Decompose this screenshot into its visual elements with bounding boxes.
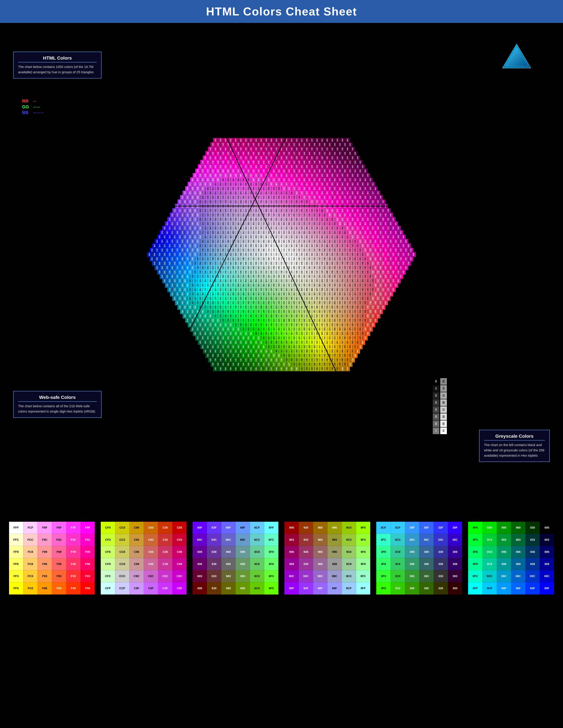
triangle-decoration bbox=[501, 43, 532, 70]
websafe-color-cell: FF9 bbox=[9, 546, 23, 558]
websafe-color-cell: C99 bbox=[129, 558, 144, 570]
websafe-color-cell: 66F bbox=[221, 522, 235, 534]
websafe-color-cell: 0CC bbox=[482, 570, 497, 582]
websafe-color-cell: FF6 bbox=[9, 558, 23, 570]
websafe-color-cell: C3C bbox=[158, 570, 172, 582]
websafe-color-cell: 66C bbox=[221, 534, 235, 546]
websafe-color-table: FFFFCFF9FF6FF3FF0FCF0CC0C90C60C30C0060F6… bbox=[9, 522, 554, 595]
websafe-color-cell: C06 bbox=[172, 546, 187, 558]
websafe-color-cell: 936 bbox=[299, 546, 313, 558]
websafe-color-cell: 03F bbox=[525, 582, 540, 595]
websafe-color-cell: 9C3 bbox=[342, 534, 356, 546]
websafe-color-cell: 9FF bbox=[356, 582, 371, 595]
websafe-color-cell: 939 bbox=[299, 558, 313, 570]
rr-dots: — bbox=[33, 99, 37, 103]
websafe-color-cell: 3F3 bbox=[376, 570, 391, 582]
greyscale-panel: Greyscale Colors The chart on the left c… bbox=[479, 430, 550, 462]
websafe-color-cell: 993 bbox=[328, 534, 342, 546]
websafe-color-cell: CF3 bbox=[101, 534, 115, 546]
websafe-color-cell: 990 bbox=[328, 522, 342, 534]
websafe-color-cell: 093 bbox=[497, 534, 511, 546]
websafe-color-cell: 30F bbox=[448, 522, 462, 534]
websafe-color-cell: 60C bbox=[192, 534, 207, 546]
websafe-color-cell: 309 bbox=[448, 546, 462, 558]
websafe-color-cell: 99F bbox=[328, 582, 342, 595]
websafe-color-cell: F03 bbox=[81, 570, 95, 582]
websafe-color-cell: F36 bbox=[66, 558, 81, 570]
websafe-color-cell: F6C bbox=[52, 534, 66, 546]
websafe-color-cell: 336 bbox=[434, 558, 448, 570]
websafe-color-cell: 069 bbox=[511, 558, 525, 570]
websafe-color-cell: 3C6 bbox=[391, 558, 405, 570]
websafe-color-cell: 3C9 bbox=[391, 546, 405, 558]
websafe-color-cell: 9F9 bbox=[356, 558, 371, 570]
websafe-color-cell: 999 bbox=[328, 558, 342, 570]
websafe-color-cell: 0FF bbox=[468, 582, 482, 595]
websafe-color-cell: 6C9 bbox=[250, 546, 264, 558]
websafe-color-cell: 060 bbox=[511, 522, 525, 534]
bb-label: BB bbox=[22, 110, 33, 115]
websafe-color-cell: CCF bbox=[115, 582, 129, 595]
websafe-color-cell: 0C3 bbox=[482, 534, 497, 546]
websafe-color-cell: 99C bbox=[328, 570, 342, 582]
websafe-color-cell: FCC bbox=[23, 534, 38, 546]
websafe-color-cell: F9F bbox=[38, 522, 52, 534]
websafe-color-cell: F39 bbox=[66, 546, 81, 558]
websafe-color-cell: 6C6 bbox=[250, 558, 264, 570]
websafe-color-cell: 639 bbox=[207, 546, 221, 558]
websafe-color-cell: 966 bbox=[313, 546, 328, 558]
websafe-color-cell: F99 bbox=[38, 546, 52, 558]
websafe-color-cell: C96 bbox=[129, 546, 144, 558]
greyscale-text: The chart on the left contains black and… bbox=[484, 442, 545, 458]
websafe-color-cell: 690 bbox=[235, 582, 250, 595]
websafe-color-cell: 0F0 bbox=[468, 522, 482, 534]
websafe-color-cell: 096 bbox=[497, 546, 511, 558]
websafe-color-cell: F09 bbox=[81, 546, 95, 558]
websafe-color-cell: 009 bbox=[540, 558, 554, 570]
html-colors-heading: HTML Colors bbox=[18, 55, 97, 62]
websafe-color-cell: 6F9 bbox=[264, 546, 278, 558]
websafe-color-cell: CFC bbox=[101, 570, 115, 582]
websafe-color-cell: 9F0 bbox=[356, 522, 371, 534]
websafe-color-cell: 930 bbox=[299, 522, 313, 534]
websafe-color-cell: 09F bbox=[497, 582, 511, 595]
websafe-color-cell: 960 bbox=[313, 522, 328, 534]
websafe-color-cell: 9C0 bbox=[342, 522, 356, 534]
websafe-color-cell: F0C bbox=[81, 534, 95, 546]
greyscale-heading: Greyscale Colors bbox=[484, 433, 545, 441]
websafe-color-cell: 0D0 bbox=[482, 522, 497, 534]
websafe-color-cell: FFF bbox=[9, 522, 23, 534]
websafe-color-cell: FC0 bbox=[23, 582, 38, 595]
websafe-color-cell: 90F bbox=[285, 582, 299, 595]
websafe-color-cell: C03 bbox=[172, 534, 187, 546]
websafe-color-cell: 3CF bbox=[376, 522, 391, 534]
websafe-color-cell: 603 bbox=[192, 570, 207, 582]
websafe-color-cell: 33F bbox=[434, 522, 448, 534]
websafe-color-cell: 60F bbox=[192, 522, 207, 534]
websafe-color-cell: 69C bbox=[235, 534, 250, 546]
html-colors-text: The chart below contains 1050 colors (of… bbox=[18, 64, 97, 75]
websafe-color-cell: 906 bbox=[285, 546, 299, 558]
websafe-table-section: FFFFCFF9FF6FF3FF0FCF0CC0C90C60C30C0060F6… bbox=[0, 522, 563, 595]
websafe-color-cell: 666 bbox=[221, 558, 235, 570]
gg-dots: —— bbox=[33, 105, 41, 109]
websafe-color-cell: 900 bbox=[285, 522, 299, 534]
websafe-color-cell: 0C9 bbox=[482, 558, 497, 570]
websafe-color-cell: F0F bbox=[81, 522, 95, 534]
websafe-color-cell: 6C0 bbox=[250, 582, 264, 595]
websafe-color-cell: CC3 bbox=[115, 534, 129, 546]
websafe-color-cell: F9C bbox=[38, 534, 52, 546]
websafe-color-cell: 090 bbox=[497, 522, 511, 534]
websafe-color-cell: C6C bbox=[144, 570, 158, 582]
websafe-color-cell: C00 bbox=[172, 522, 187, 534]
websafe-color-cell: FF3 bbox=[9, 570, 23, 582]
websafe-color-cell: 0F3 bbox=[468, 534, 482, 546]
websafe-color-cell: 96F bbox=[313, 582, 328, 595]
websafe-color-cell: C0C bbox=[172, 570, 187, 582]
websafe-color-cell: 9C6 bbox=[342, 546, 356, 558]
websafe-color-cell: F66 bbox=[52, 558, 66, 570]
websafe-color-cell: C60 bbox=[144, 522, 158, 534]
websafe-heading: Web-safe Colors bbox=[18, 395, 97, 402]
websafe-color-cell: 3F0 bbox=[376, 582, 391, 595]
websafe-color-cell: 0F6 bbox=[468, 546, 482, 558]
